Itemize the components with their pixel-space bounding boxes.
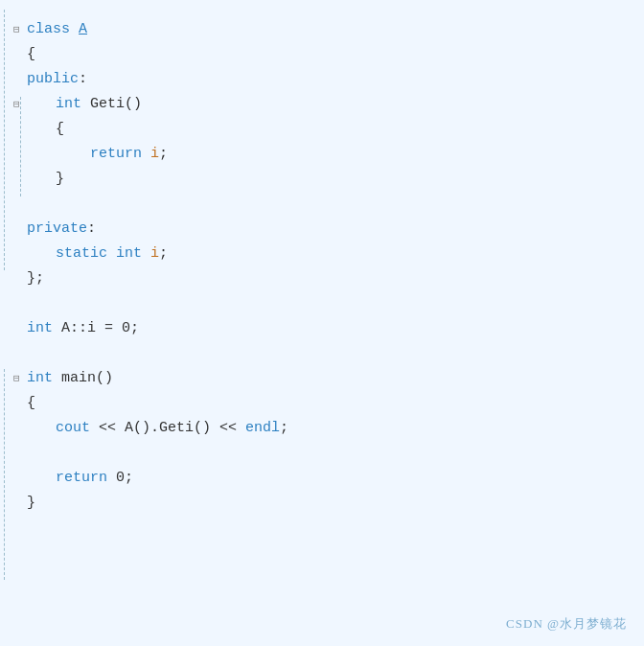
fold-icon-main[interactable]: ⊟ (13, 370, 27, 388)
token-endl: endl (245, 416, 280, 441)
code-container: ⊟ class A { public : ⊟ int Geti() { (0, 0, 644, 646)
token-space-static (107, 242, 116, 266)
code-line-18 (13, 441, 644, 466)
token-cout: cout (56, 416, 90, 441)
token-semicolon-static: ; (159, 242, 168, 266)
token-colon-pub: : (79, 67, 87, 92)
token-return-val: 0; (107, 466, 133, 491)
code-line-15: ⊟ int main() (13, 366, 644, 391)
token-main-brace-close: } (27, 491, 35, 516)
token-int-main: int (27, 366, 53, 391)
token-empty-14 (27, 341, 35, 366)
code-line-9: private : (13, 217, 644, 242)
token-empty-8 (27, 192, 35, 217)
code-line-7: } (13, 167, 644, 192)
token-brace-open: { (27, 42, 35, 67)
watermark: CSDN @水月梦镜花 (506, 613, 627, 634)
token-ainit-rest: A::i = 0; (53, 316, 139, 341)
code-line-10: static int i ; (13, 242, 644, 266)
code-line-3: public : (13, 67, 644, 92)
code-line-2: { (13, 42, 644, 67)
token-private: private (27, 217, 87, 242)
code-line-16: { (13, 391, 644, 416)
token-return: return (90, 142, 142, 167)
token-return-main: return (56, 466, 107, 491)
code-line-14 (13, 341, 644, 366)
fold-icon-class[interactable]: ⊟ (13, 21, 27, 39)
token-class-close: }; (27, 266, 44, 291)
code-line-20: } (13, 491, 644, 516)
token-int-geti: int (56, 92, 81, 117)
code-line-11: }; (13, 266, 644, 291)
code-line-1: ⊟ class A (13, 17, 644, 42)
code-line-6: return i ; (13, 142, 644, 167)
token-geti-name: Geti() (81, 92, 142, 117)
token-main-name: main() (53, 366, 113, 391)
token-class: class (27, 17, 70, 42)
token-cout-rest: << A().Geti() << (90, 416, 245, 441)
code-line-5: { (13, 117, 644, 142)
code-content: ⊟ class A { public : ⊟ int Geti() { (0, 10, 644, 523)
token-i-static: i (150, 242, 159, 266)
token-geti-brace-close: } (56, 167, 64, 192)
code-line-17: cout << A().Geti() << endl ; (13, 416, 644, 441)
token-space-int (142, 242, 150, 266)
token-empty-12 (27, 291, 35, 316)
token-semicolon-cout: ; (280, 416, 288, 441)
token-int-ainit: int (27, 316, 53, 341)
code-line-8 (13, 192, 644, 217)
token-static: static (56, 242, 107, 266)
code-line-4: ⊟ int Geti() (13, 92, 644, 117)
token-A: A (79, 17, 87, 42)
token-colon-priv: : (87, 217, 96, 242)
token-space1 (70, 17, 79, 42)
code-line-19: return 0; (13, 466, 644, 491)
token-int-static: int (116, 242, 142, 266)
token-empty-18 (27, 441, 35, 466)
fold-icon-geti[interactable]: ⊟ (13, 96, 27, 114)
token-i-return: i (150, 142, 159, 167)
code-line-13: int A::i = 0; (13, 316, 644, 341)
token-geti-brace-open: { (56, 117, 64, 142)
token-main-brace-open: { (27, 391, 35, 416)
code-line-12 (13, 291, 644, 316)
token-space-return (142, 142, 150, 167)
token-semicolon-return: ; (159, 142, 168, 167)
token-public: public (27, 67, 79, 92)
